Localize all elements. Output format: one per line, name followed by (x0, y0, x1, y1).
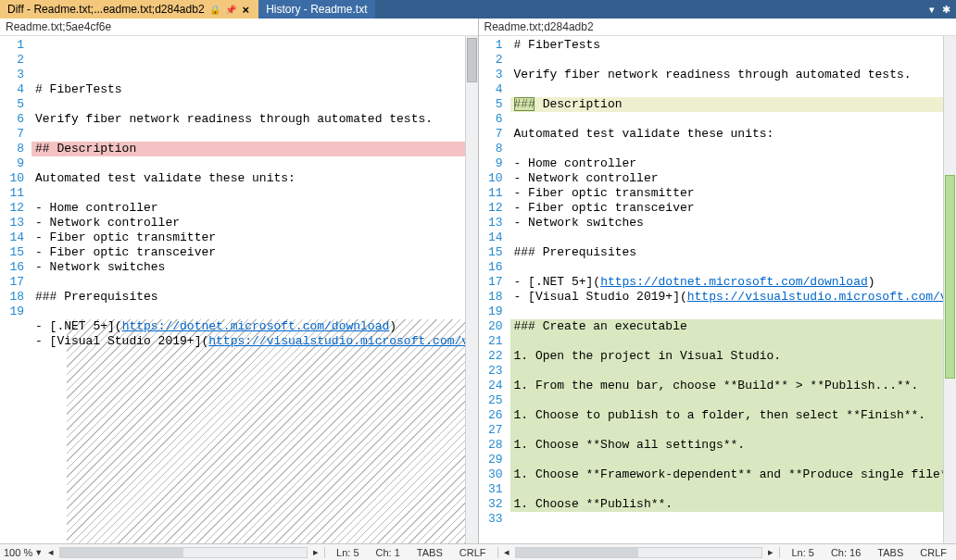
code-line[interactable] (31, 127, 478, 142)
code-line[interactable] (31, 156, 478, 171)
right-code[interactable]: # FiberTestsVerify fiber network readine… (510, 36, 957, 543)
code-line[interactable]: # FiberTests (31, 82, 478, 97)
code-line[interactable] (510, 453, 957, 467)
ln-field-right[interactable]: Ln: 5 (786, 547, 819, 558)
code-line[interactable]: - Fiber optic transmitter (510, 186, 957, 201)
line-number: 19 (479, 305, 503, 319)
code-line[interactable] (31, 349, 478, 364)
code-line[interactable]: - Fiber optic transceiver (510, 201, 957, 216)
line-number: 18 (0, 290, 24, 305)
line-number: 17 (479, 275, 503, 290)
code-line[interactable] (510, 82, 957, 97)
scroll-thumb[interactable] (60, 548, 183, 557)
scroll-right-icon[interactable]: ▸ (313, 546, 319, 558)
code-line[interactable] (510, 334, 957, 349)
code-line[interactable] (510, 423, 957, 438)
ch-field-right[interactable]: Ch: 16 (825, 547, 866, 558)
code-line[interactable] (31, 186, 478, 201)
pin-icon[interactable]: 📌 (225, 5, 236, 15)
h-scrollbar-right[interactable] (515, 547, 763, 558)
line-number: 14 (479, 230, 503, 245)
code-line[interactable] (510, 230, 957, 245)
scroll-thumb[interactable] (516, 548, 639, 557)
scroll-thumb[interactable] (945, 175, 955, 379)
chevron-down-icon[interactable]: ▼ (34, 548, 43, 557)
code-line[interactable]: - [Visual Studio 2019+](https://visualst… (510, 290, 957, 305)
line-number: 4 (0, 82, 24, 97)
left-scrollbar[interactable] (465, 36, 478, 543)
code-line[interactable]: - Home controller (510, 156, 957, 171)
crlf-field[interactable]: CRLF (454, 547, 492, 558)
code-line[interactable]: 1. Choose **Show all settings**. (510, 438, 957, 453)
h-scrollbar-left[interactable] (59, 547, 308, 558)
code-line[interactable] (31, 97, 478, 112)
code-line[interactable]: 1. From the menu bar, choose **Build** >… (510, 379, 957, 393)
code-line[interactable]: ### Create an executable (510, 319, 957, 334)
code-line[interactable] (510, 305, 957, 319)
code-line[interactable]: Verify fiber network readiness through a… (510, 68, 957, 82)
code-line[interactable]: Automated test validate these units: (31, 171, 478, 186)
code-line[interactable]: 1. Choose **Framework-dependent** and **… (510, 467, 957, 482)
close-icon[interactable]: × (241, 3, 252, 17)
code-line[interactable]: 1. Open the project in Visual Studio. (510, 349, 957, 364)
code-line[interactable]: - Network switches (510, 216, 957, 230)
code-line[interactable]: - Network switches (31, 260, 478, 275)
code-line[interactable]: ## Description (31, 142, 478, 156)
tabs-field-right[interactable]: TABS (872, 547, 909, 558)
tab-history[interactable]: History - Readme.txt (258, 0, 374, 19)
code-line[interactable] (510, 482, 957, 497)
code-line[interactable]: - Fiber optic transceiver (31, 245, 478, 260)
zoom-control[interactable]: 100 % ▼ (4, 547, 43, 558)
code-line[interactable] (31, 305, 478, 319)
code-line[interactable] (510, 512, 957, 527)
right-scrollbar[interactable] (943, 36, 956, 543)
hyperlink[interactable]: https://dotnet.microsoft.com/download (122, 319, 390, 333)
settings-icon[interactable]: ✱ (942, 4, 950, 16)
code-line[interactable]: ### Prerequisites (31, 290, 478, 305)
scroll-right-icon[interactable]: ▸ (768, 546, 774, 558)
ch-field[interactable]: Ch: 1 (371, 547, 406, 558)
code-line[interactable] (510, 260, 957, 275)
code-line[interactable] (510, 112, 957, 127)
tabs-field[interactable]: TABS (411, 547, 448, 558)
tab-label: History - Readme.txt (266, 3, 367, 16)
code-line[interactable]: - [.NET 5+](https://dotnet.microsoft.com… (510, 275, 957, 290)
code-line[interactable]: - [.NET 5+](https://dotnet.microsoft.com… (31, 319, 478, 334)
line-number: 25 (479, 393, 503, 408)
code-line[interactable]: # FiberTests (510, 38, 957, 53)
hyperlink[interactable]: https://visualstudio.microsoft.com/vs/ (208, 334, 477, 348)
code-line[interactable]: - [Visual Studio 2019+](https://visualst… (31, 334, 478, 349)
code-line[interactable]: Verify fiber network readiness through a… (31, 112, 478, 127)
code-line[interactable] (510, 53, 957, 68)
code-line[interactable]: - Home controller (31, 201, 478, 216)
tab-diff[interactable]: Diff - Readme.txt;...eadme.txt;d284adb2 … (0, 0, 258, 19)
left-header: Readme.txt;5ae4cf6e (0, 19, 478, 36)
code-line[interactable]: 1. Choose **Publish**. (510, 497, 957, 512)
code-line[interactable]: 1. Choose to publish to a folder, then s… (510, 408, 957, 423)
code-line[interactable] (510, 364, 957, 379)
left-code[interactable]: # FiberTestsVerify fiber network readine… (31, 36, 478, 543)
scroll-thumb[interactable] (467, 38, 477, 82)
code-line[interactable] (510, 142, 957, 156)
inline-diff-mark (514, 97, 535, 111)
ln-field[interactable]: Ln: 5 (331, 547, 364, 558)
code-line[interactable]: - Network controller (31, 216, 478, 230)
line-number: 15 (479, 245, 503, 260)
code-line[interactable] (31, 275, 478, 290)
code-line[interactable]: Automated test validate these units: (510, 127, 957, 142)
code-line[interactable]: - Network controller (510, 171, 957, 186)
left-editor[interactable]: 12345678910111213141516171819 # FiberTes… (0, 36, 478, 543)
window-menu-icon[interactable]: ▾ (929, 4, 935, 16)
code-line[interactable]: ### Prerequisites (510, 245, 957, 260)
code-line[interactable]: - Fiber optic transmitter (31, 230, 478, 245)
code-line[interactable]: ### Description (510, 97, 957, 112)
hyperlink[interactable]: https://dotnet.microsoft.com/download (600, 275, 868, 289)
crlf-field-right[interactable]: CRLF (914, 547, 952, 558)
code-line[interactable] (510, 393, 957, 408)
hyperlink[interactable]: https://visualstudio.microsoft.com/vs/ (687, 290, 956, 304)
left-pane: Readme.txt;5ae4cf6e 12345678910111213141… (0, 19, 478, 543)
line-number: 23 (479, 364, 503, 379)
right-editor[interactable]: 1234567891011121314151617181920212223242… (479, 36, 957, 543)
scroll-left-icon[interactable]: ◂ (504, 546, 509, 558)
scroll-left-icon[interactable]: ◂ (48, 546, 54, 558)
